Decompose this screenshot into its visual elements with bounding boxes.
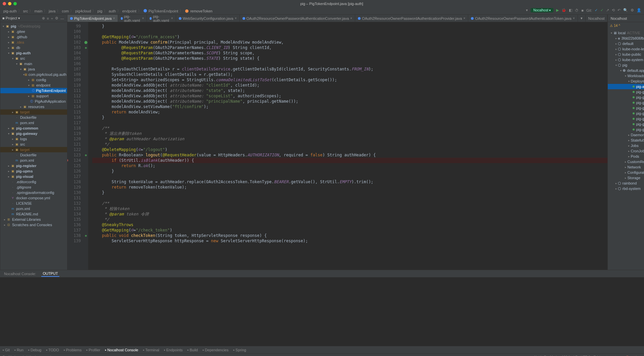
collapse-all-icon[interactable]: ÷ bbox=[51, 16, 53, 20]
nocalhost-node[interactable]: ▸⬡ kube-public bbox=[608, 52, 644, 57]
tree-node[interactable]: ▸▣pig-visual bbox=[0, 174, 67, 179]
vcs-push-icon[interactable]: ↗ bbox=[606, 8, 609, 12]
user-icon[interactable]: ▾ bbox=[526, 8, 528, 12]
bottom-tool-bar[interactable]: ▪Git▪Run▪Debug▪TODO▪Problems▪Profiler▪No… bbox=[0, 346, 644, 353]
right-tool-tab[interactable]: Nocalhost bbox=[586, 15, 608, 22]
expand-all-icon[interactable]: ≡ bbox=[47, 16, 49, 20]
tree-node[interactable]: ▸⊡Scratches and Consoles bbox=[0, 222, 67, 227]
bottom-tool-nocalhost-console[interactable]: ▪Nocalhost Console bbox=[105, 348, 138, 352]
tree-node[interactable]: ▾▣java bbox=[0, 66, 67, 72]
tree-node[interactable]: ▾▣main bbox=[0, 61, 67, 66]
breadcrumb-item[interactable]: main bbox=[34, 9, 42, 13]
breadcrumb-item[interactable]: endpoint bbox=[122, 9, 136, 13]
line-gutter[interactable]: 9910010110210310410510610710810911011111… bbox=[67, 22, 84, 270]
nocalhost-node[interactable]: ▸Configuration bbox=[608, 170, 644, 175]
tree-node[interactable]: ▸▣pig-register bbox=[0, 163, 67, 168]
breadcrumb-item[interactable]: pig bbox=[97, 9, 102, 13]
tree-node[interactable]: ·.springjavaformatconfig bbox=[0, 190, 67, 195]
nocalhost-node[interactable]: pig-auth bbox=[608, 84, 644, 89]
tree-node[interactable]: ⒸPigAuthApplication bbox=[0, 99, 67, 104]
tree-node[interactable]: Ydocker-compose.yml bbox=[0, 195, 67, 201]
project-title[interactable]: ■ Project ▾ bbox=[2, 16, 41, 20]
tree-node[interactable]: ·.gitignore bbox=[0, 185, 67, 190]
run-config-selector[interactable]: Nocalhost ▾ bbox=[531, 8, 553, 12]
avatar-icon[interactable]: 👤 bbox=[637, 8, 641, 12]
debug-icon[interactable]: 🐞 bbox=[561, 8, 566, 12]
nocalhost-node[interactable]: ▸DaemonSets bbox=[608, 132, 644, 138]
bottom-tool-run[interactable]: ▪Run bbox=[14, 348, 23, 352]
minimize-icon[interactable] bbox=[8, 2, 11, 5]
editor-tab[interactable]: PigTokenEndpoint.java× bbox=[67, 15, 118, 22]
bottom-tool-profiler[interactable]: ▪Profiler bbox=[86, 348, 100, 352]
bottom-tool-debug[interactable]: ▪Debug bbox=[28, 348, 41, 352]
nocalhost-node[interactable]: ▾Deployments bbox=[608, 79, 644, 84]
nocalhost-node[interactable]: pig-gr62174e bbox=[608, 105, 644, 111]
vcs-update-icon[interactable]: ✓ bbox=[595, 8, 598, 12]
console-tab-nocalhost[interactable]: Nocalhost Console: bbox=[3, 271, 37, 276]
warning-badge[interactable]: ⚠ 14 ^ bbox=[610, 24, 620, 28]
nocalhost-node[interactable]: ▸⎈ 3fdd22b806fb4f6ca23c49493201ab57 bbox=[608, 36, 644, 41]
editor-tab[interactable]: OAuth2ResourceOwnerPasswordAuthenticatio… bbox=[468, 15, 578, 22]
nocalhost-node[interactable]: ▾⬡ pig bbox=[608, 62, 644, 68]
tree-node[interactable]: ·Dockerfile bbox=[0, 152, 67, 158]
nocalhost-node[interactable]: pig-gr38415b bbox=[608, 100, 644, 105]
nocalhost-node[interactable]: ▸Storage bbox=[608, 175, 644, 181]
breadcrumb-item[interactable]: auth bbox=[109, 9, 116, 13]
bottom-tool-endpoints[interactable]: ▪Endpoints bbox=[164, 348, 183, 352]
tree-node[interactable]: ▸▣logs bbox=[0, 136, 67, 142]
coverage-icon[interactable]: ◧ bbox=[569, 8, 572, 12]
nocalhost-node[interactable]: ▸CustomResources bbox=[608, 159, 644, 164]
settings-icon[interactable]: ⚙ bbox=[631, 8, 634, 12]
nocalhost-node[interactable]: pig-gr8de82f bbox=[608, 116, 644, 121]
tree-node[interactable]: ▸▣pig-upms bbox=[0, 168, 67, 174]
profiler-icon[interactable]: ⏱ bbox=[575, 8, 579, 12]
search-icon[interactable]: 🔍 bbox=[623, 8, 628, 12]
nocalhost-tree[interactable]: ▾🖥 local ACTIVE▸⎈ 3fdd22b806fb4f6ca23c49… bbox=[608, 29, 644, 270]
tree-node[interactable]: ▾▣pig-auth bbox=[0, 50, 67, 56]
gutter-marks[interactable]: ⬤ ◉◉◉ bbox=[84, 22, 88, 270]
vcs-rollback-icon[interactable]: ↶ bbox=[618, 8, 621, 12]
close-icon[interactable] bbox=[3, 2, 6, 5]
editor-tab[interactable]: OAuth2ResourceOwnerPasswordAuthenticatio… bbox=[355, 15, 468, 22]
tree-node[interactable]: mpom.xml bbox=[0, 120, 67, 125]
editor-tab[interactable]: OAuth2ResourceOwnerPasswordAuthenticatio… bbox=[240, 15, 356, 22]
tree-node[interactable]: ▸▣.gitee bbox=[0, 29, 67, 34]
nocalhost-node[interactable]: pig-gr2e0979 bbox=[608, 95, 644, 100]
run-icon[interactable]: ▶ bbox=[556, 8, 559, 12]
bottom-tool-git[interactable]: ▪Git bbox=[3, 348, 10, 352]
tree-node[interactable]: ▸▣resources bbox=[0, 104, 67, 109]
editor-tab[interactable]: WebSecurityConfiguration.java× bbox=[176, 15, 240, 22]
nocalhost-node[interactable]: ▸⬡ kube-node-lease bbox=[608, 46, 644, 52]
tree-node[interactable]: mREADME.md bbox=[0, 211, 67, 217]
nocalhost-node[interactable]: ▾Workloads bbox=[608, 73, 644, 79]
tree-node[interactable]: ·LICENSE bbox=[0, 201, 67, 206]
bottom-tool-spring[interactable]: ▪Spring bbox=[233, 348, 246, 352]
bottom-tool-todo[interactable]: ▪TODO bbox=[46, 348, 59, 352]
nocalhost-node[interactable]: ▸⬡ rbd-system bbox=[608, 186, 644, 191]
breadcrumb-item[interactable]: removeToken bbox=[184, 9, 212, 13]
hide-icon[interactable]: — bbox=[60, 16, 64, 20]
tree-node[interactable]: ⒸPigTokenEndpoint bbox=[0, 88, 67, 93]
tree-node[interactable]: ▸▦support bbox=[0, 93, 67, 99]
tree-node[interactable]: ▸⊞External Libraries bbox=[0, 217, 67, 222]
maximize-icon[interactable] bbox=[13, 2, 17, 5]
breadcrumb-item[interactable]: pig4cloud bbox=[75, 9, 91, 13]
tree-node[interactable]: ▾▦com.pig4cloud.pig.auth bbox=[0, 72, 67, 77]
console-output[interactable] bbox=[0, 277, 644, 346]
code-editor[interactable]: } @GetMapping(©="/confirm_access") publi… bbox=[88, 22, 607, 270]
tree-node[interactable]: mpom.xml bbox=[0, 206, 67, 211]
tree-node[interactable]: ·.editorconfig bbox=[0, 179, 67, 185]
nocalhost-node[interactable]: pig-gre81b67 bbox=[608, 127, 644, 132]
vcs-history-icon[interactable]: ⟲ bbox=[612, 8, 615, 12]
breadcrumb-item[interactable]: java bbox=[49, 9, 55, 13]
tree-node[interactable]: ▾▣src bbox=[0, 56, 67, 61]
editor-tab[interactable]: pig-auth.yaml× bbox=[118, 15, 147, 22]
nocalhost-node[interactable]: ▸Network bbox=[608, 164, 644, 170]
bottom-tool-problems[interactable]: ▪Problems bbox=[64, 348, 82, 352]
nocalhost-node[interactable]: ▸Jobs bbox=[608, 143, 644, 148]
nocalhost-node[interactable]: ▸⬡ default bbox=[608, 41, 644, 46]
breadcrumb-item[interactable]: src bbox=[23, 9, 28, 13]
bottom-tool-terminal[interactable]: ▪Terminal bbox=[143, 348, 159, 352]
select-opened-icon[interactable]: ⊕ bbox=[42, 16, 45, 20]
nocalhost-node[interactable]: pig-grdd593f bbox=[608, 121, 644, 127]
